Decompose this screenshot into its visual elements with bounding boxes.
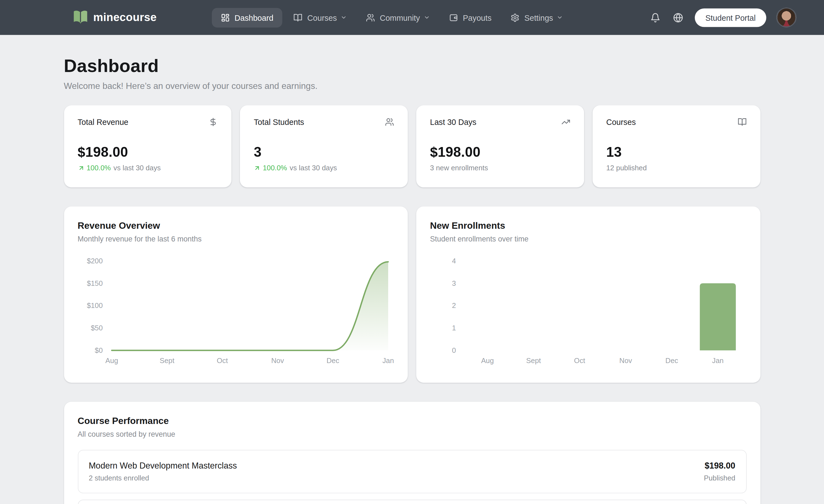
student-portal-button[interactable]: Student Portal (695, 8, 766, 27)
stat-card-last-30-days: Last 30 Days $198.00 3 new enrollments (416, 105, 584, 187)
svg-text:Nov: Nov (619, 357, 632, 364)
stat-subtext: 12 published (606, 164, 647, 172)
logo-text: minecourse (93, 11, 157, 24)
trending-up-icon (561, 117, 570, 126)
topbar-actions: Student Portal (649, 7, 796, 28)
course-students: 2 students enrolled (89, 474, 237, 482)
logo-book-icon (73, 9, 88, 25)
stats-row: Total Revenue $198.00 100.0% vs last 30 … (64, 105, 760, 187)
course-status-badge: Published (704, 474, 735, 482)
app-window: minecourse Dashboard Courses (0, 0, 824, 504)
top-navigation-bar: minecourse Dashboard Courses (0, 0, 824, 35)
svg-text:$150: $150 (86, 279, 102, 287)
nav-item-settings[interactable]: Settings (503, 8, 571, 27)
avatar[interactable] (776, 7, 797, 28)
page-subtitle: Welcome back! Here’s an overview of your… (64, 81, 760, 91)
stat-label: Courses (606, 117, 636, 126)
trend-value: 100.0% (86, 164, 111, 172)
arrow-up-right-icon (78, 164, 85, 171)
course-row-partial (78, 500, 746, 504)
trend-suffix: vs last 30 days (114, 164, 161, 172)
nav-item-label: Community (380, 13, 420, 22)
svg-text:Dec: Dec (326, 357, 339, 364)
users-icon (366, 13, 375, 22)
trend-suffix: vs last 30 days (290, 164, 337, 172)
svg-text:$100: $100 (86, 301, 102, 309)
course-name: Modern Web Development Masterclass (89, 461, 237, 471)
chevron-down-icon (424, 14, 430, 21)
globe-icon[interactable] (672, 11, 685, 24)
page-title: Dashboard (64, 56, 760, 77)
main-content: Dashboard Welcome back! Here’s an overvi… (64, 35, 760, 504)
stat-label: Last 30 Days (430, 117, 476, 126)
stat-value: 3 (254, 144, 394, 160)
dashboard-grid-icon (221, 13, 230, 22)
charts-row: Revenue Overview Monthly revenue for the… (64, 206, 760, 382)
nav-item-courses[interactable]: Courses (286, 8, 355, 27)
section-subtitle: All courses sorted by revenue (78, 430, 746, 438)
svg-text:2: 2 (452, 301, 456, 309)
stat-card-total-revenue: Total Revenue $198.00 100.0% vs last 30 … (64, 105, 231, 187)
bell-icon[interactable] (649, 11, 662, 24)
nav-item-payouts[interactable]: Payouts (441, 8, 500, 27)
trend-indicator: 100.0% (254, 164, 287, 172)
trend-value: 100.0% (263, 164, 287, 172)
course-performance-card: Course Performance All courses sorted by… (64, 402, 760, 504)
book-open-icon (737, 117, 746, 126)
course-metrics: $198.00 Published (704, 461, 735, 482)
nav-item-label: Courses (307, 13, 337, 22)
revenue-overview-card: Revenue Overview Monthly revenue for the… (64, 206, 408, 382)
svg-text:$50: $50 (91, 324, 103, 332)
chart-subtitle: Student enrollments over time (430, 235, 746, 243)
chevron-down-icon (340, 14, 347, 21)
revenue-area-chart: $200$150$100$50$0AugSeptOctNovDecJan (78, 248, 394, 367)
course-revenue: $198.00 (704, 461, 735, 471)
trend-indicator: 100.0% (78, 164, 111, 172)
stat-label: Total Students (254, 117, 304, 126)
svg-text:Aug: Aug (481, 357, 494, 364)
arrow-up-right-icon (254, 164, 261, 171)
nav-item-dashboard[interactable]: Dashboard (212, 8, 282, 27)
nav-item-label: Payouts (463, 13, 492, 22)
svg-text:Aug: Aug (105, 357, 118, 364)
gear-icon (511, 13, 519, 22)
stat-value: $198.00 (430, 144, 570, 160)
svg-text:Nov: Nov (271, 357, 284, 364)
svg-text:Sept: Sept (526, 357, 541, 364)
dollar-icon (209, 117, 218, 126)
logo[interactable]: minecourse (73, 9, 157, 25)
stat-card-courses: Courses 13 12 published (592, 105, 760, 187)
svg-text:Oct: Oct (574, 357, 585, 364)
svg-text:Dec: Dec (665, 357, 678, 364)
course-row: Modern Web Development Masterclass 2 stu… (78, 450, 746, 494)
svg-text:3: 3 (452, 279, 456, 287)
svg-text:Jan: Jan (712, 357, 724, 364)
svg-text:Sept: Sept (159, 357, 174, 364)
section-title: Course Performance (78, 415, 746, 426)
users-icon (385, 117, 394, 126)
wallet-icon (449, 13, 458, 22)
svg-text:$0: $0 (95, 347, 103, 354)
new-enrollments-card: New Enrollments Student enrollments over… (416, 206, 760, 382)
enrollments-bar-chart: 43210AugSeptOctNovDecJan (430, 248, 746, 367)
svg-text:Jan: Jan (382, 357, 394, 364)
svg-text:0: 0 (452, 347, 456, 354)
main-nav: Dashboard Courses Community (212, 8, 571, 27)
course-info: Modern Web Development Masterclass 2 stu… (89, 461, 237, 482)
nav-item-label: Settings (524, 13, 553, 22)
chevron-down-icon (557, 14, 563, 21)
stat-subtext: 3 new enrollments (430, 164, 488, 172)
svg-text:4: 4 (452, 257, 456, 265)
svg-text:Oct: Oct (216, 357, 227, 364)
svg-text:$200: $200 (86, 257, 102, 265)
stat-value: 13 (606, 144, 746, 160)
nav-item-label: Dashboard (235, 13, 274, 22)
svg-text:1: 1 (452, 324, 456, 332)
stat-label: Total Revenue (78, 117, 128, 126)
chart-title: New Enrollments (430, 220, 746, 231)
stat-value: $198.00 (78, 144, 218, 160)
book-open-icon (293, 13, 302, 22)
stat-card-total-students: Total Students 3 100.0% vs last 30 days (240, 105, 408, 187)
chart-title: Revenue Overview (78, 220, 394, 231)
nav-item-community[interactable]: Community (358, 8, 438, 27)
